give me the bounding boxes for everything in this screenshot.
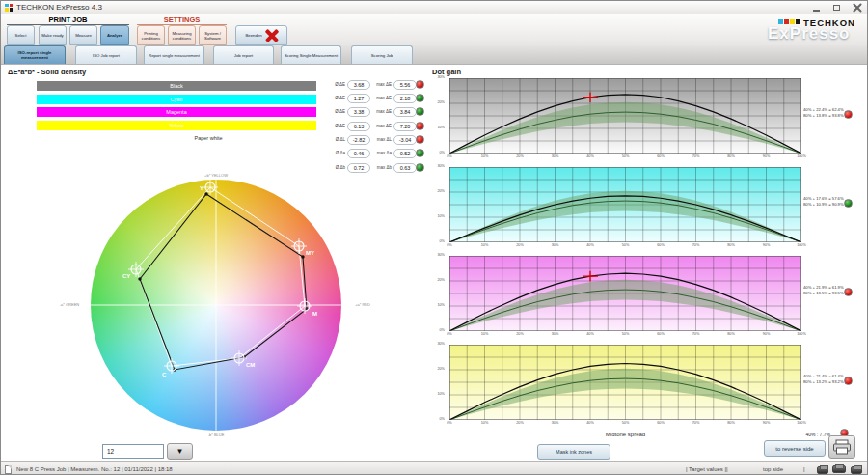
avg-label-4: Ø ΔL	[322, 137, 345, 142]
ink-zone-dropdown-button[interactable]: ▼	[167, 443, 193, 460]
tab-select[interactable]: Select	[7, 25, 35, 45]
x-tick-label: 90%	[758, 154, 775, 158]
annotation-yellow-line2: 80% + 13.2% = 93.2%	[803, 379, 844, 385]
x-tick-label: 30%	[547, 154, 564, 158]
y-tick-label: 10%	[426, 303, 445, 307]
status-led-1	[416, 94, 424, 102]
status-led-2	[416, 107, 424, 116]
x-tick-label: 70%	[688, 332, 705, 336]
print-job-group: PRINT JOB Select Make ready Measure Anal…	[7, 15, 129, 24]
x-tick-label: 60%	[652, 421, 669, 425]
device-icon-1[interactable]	[817, 466, 828, 474]
x-tick-label: 40%	[582, 154, 599, 158]
x-tick-label: 50%	[617, 332, 635, 336]
x-tick-label: 0%	[441, 421, 458, 425]
solid-bar-black: Black	[37, 81, 316, 91]
y-tick-label: 10%	[426, 214, 445, 218]
max-label-0: max ΔE	[370, 82, 392, 87]
tab-quit[interactable]: Beenden	[235, 25, 287, 45]
annotation-cyan-line1: 40% + 17.6% = 57.6%	[803, 196, 844, 202]
chevron-down-icon: ▼	[176, 447, 184, 456]
max-value-6: 0.63	[393, 163, 417, 173]
print-button[interactable]	[828, 435, 855, 459]
x-tick-label: 80%	[722, 154, 740, 158]
quit-label: Beenden	[245, 33, 261, 38]
reverse-side-button[interactable]: to reverse side	[764, 440, 826, 457]
color-wheel-overlay: Y MY M CM C CY	[91, 180, 341, 431]
x-tick-label: 0%	[441, 243, 458, 247]
x-tick-label: 30%	[547, 421, 564, 425]
x-tick-label: 60%	[652, 154, 669, 158]
x-tick-label: 100%	[793, 421, 810, 425]
annotation-black-line2: 80% + 13.8% = 93.8%	[803, 113, 844, 119]
tab-measure[interactable]: Measure	[69, 25, 97, 45]
midtone-result: 40% : 7.7%	[780, 432, 830, 437]
tab-job-report[interactable]: Job report	[213, 45, 274, 64]
avg-label-6: Ø Δb	[322, 165, 345, 170]
avg-label-5: Ø Δa	[322, 151, 345, 155]
ink-zone-select[interactable]: 12	[102, 444, 164, 459]
x-tick-label: 100%	[793, 332, 810, 336]
axis-label-bottom: -b* BLUE	[187, 433, 245, 437]
x-tick-label: 100%	[793, 243, 810, 247]
x-tick-label: 0%	[441, 332, 458, 336]
solid-bar-magenta: Magenta	[37, 107, 316, 117]
device-icon-2[interactable]	[832, 465, 846, 473]
tab-make-ready[interactable]: Make ready	[39, 25, 67, 45]
chart-led-black	[844, 110, 853, 119]
x-tick-label: 40%	[582, 243, 599, 247]
tab-scoring-job[interactable]: Scoring Job	[351, 45, 413, 64]
x-tick-label: 90%	[758, 243, 775, 247]
tab-printing-conditions[interactable]: Printing conditions	[137, 25, 165, 45]
avg-value-0: 3.68	[347, 80, 370, 90]
x-tick-label: 20%	[511, 243, 529, 247]
minimize-button[interactable]	[810, 3, 823, 13]
solid-bar-cyan-label: Cyan	[171, 97, 183, 102]
annotation-black-line1: 40% + 22.4% = 62.4%	[803, 107, 844, 113]
tab-measuring-conditions[interactable]: Measuring conditions	[168, 25, 196, 45]
print-job-label: PRINT JOB	[7, 15, 129, 24]
quit-x-icon	[265, 29, 278, 42]
tab-iso-report-single[interactable]: ISO-report single measurement	[4, 45, 66, 64]
max-value-4: -3.04	[393, 135, 417, 145]
x-tick-label: 20%	[511, 421, 529, 425]
svg-text:CM: CM	[246, 362, 255, 368]
max-value-5: 0.52	[393, 149, 417, 158]
avg-label-1: Ø ΔE	[322, 96, 345, 100]
status-divider: |	[803, 466, 805, 472]
tab-analyze[interactable]: Analyze	[100, 25, 129, 45]
avg-value-2: 3.38	[347, 107, 370, 117]
svg-text:M: M	[312, 311, 317, 317]
chart-led-yellow	[844, 377, 853, 385]
y-tick-label: 10%	[426, 126, 445, 129]
max-label-1: max ΔE	[370, 96, 392, 100]
solid-bar-yellow-label: Yellow	[169, 123, 184, 128]
status-top-side[interactable]: top side	[763, 466, 783, 472]
mask-ink-zones-button[interactable]: Mask ink zones	[537, 444, 610, 460]
device-icon-3[interactable]	[851, 466, 862, 474]
annotation-cyan: 40% + 17.6% = 57.6% 80% + 10.9% = 90.9%	[803, 196, 844, 207]
ab-color-wheel: Y MY M CM C CY	[91, 180, 341, 431]
axis-label-right: +a* RED	[344, 302, 381, 307]
paper-white-label: Paper white	[155, 135, 261, 141]
tab-scoring-single[interactable]: Scoring Single Measurement	[281, 45, 341, 64]
tab-report-single[interactable]: Report single measurement	[144, 45, 204, 64]
y-tick-label: 20%	[426, 100, 445, 104]
printer-icon	[832, 439, 852, 455]
y-tick-label: 20%	[426, 367, 445, 371]
settings-label: SETTINGS	[137, 15, 227, 24]
annotation-cyan-line2: 80% + 10.9% = 90.9%	[803, 202, 844, 208]
tab-system-software[interactable]: System / Software	[199, 25, 227, 45]
status-target-values[interactable]: | Target values ||	[686, 466, 728, 472]
x-tick-label: 60%	[652, 243, 669, 247]
x-tick-label: 20%	[511, 332, 529, 336]
close-button[interactable]	[851, 3, 863, 13]
tab-iso-job-report[interactable]: ISO Job report	[75, 45, 137, 64]
solid-bar-magenta-label: Magenta	[166, 109, 186, 115]
status-job-info: New 8 C Press Job | Measurem. No.: 12 | …	[16, 466, 173, 472]
status-led-5	[416, 149, 424, 157]
techkon-logo-text: TECHKON	[803, 17, 855, 28]
avg-value-4: -2.82	[347, 135, 370, 145]
avg-label-0: Ø ΔE	[322, 82, 345, 87]
maximize-button[interactable]	[830, 3, 843, 13]
